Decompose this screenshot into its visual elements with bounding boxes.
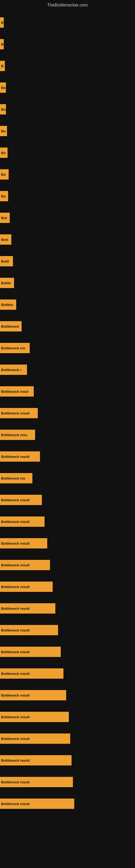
bar-item: Bottleneck result	[0, 603, 55, 614]
bar-row: B	[0, 12, 135, 33]
bar-row: Bottleneck result	[0, 511, 135, 532]
bar-label: B	[1, 42, 3, 46]
bar-label: Bo	[1, 173, 6, 177]
bar-label: Bottleneck result	[1, 693, 30, 698]
bar-label: Bott	[1, 238, 8, 242]
bar-item: Bottleneck result	[0, 669, 63, 679]
bar-item: Bottleneck result	[0, 734, 70, 744]
bar-label: Bottlen	[1, 303, 13, 307]
bar-item: Bottl	[0, 256, 13, 267]
bar-label: Bottleneck res	[1, 476, 26, 480]
bar-label: Bottleneck result	[1, 520, 30, 524]
bar-row: Bo	[0, 163, 135, 185]
bar-row: Bott	[0, 229, 135, 250]
bar-item: B	[0, 39, 4, 50]
bar-row: Bottleneck result	[0, 554, 135, 576]
bar-row: Bottle	[0, 272, 135, 294]
bar-row: Bottl	[0, 250, 135, 272]
bar-item: Bottleneck result	[0, 560, 50, 570]
bar-row: Bottleneck result	[0, 446, 135, 467]
bar-item: Bottleneck result	[0, 582, 53, 592]
bar-item: Bo	[0, 104, 6, 115]
bar-row: Bottleneck result	[0, 402, 135, 424]
bar-label: Bottleneck	[1, 324, 19, 329]
bar-label: Bo	[1, 107, 6, 112]
bar-row: Bottleneck result	[0, 597, 135, 619]
bar-item: Bottleneck resu	[0, 430, 35, 440]
bar-item: Bottleneck result	[0, 408, 38, 418]
bar-label: Bottleneck resu	[1, 433, 28, 437]
bar-label: Bottleneck result	[1, 607, 30, 611]
bar-label: Bottleneck result	[1, 737, 30, 741]
bar-label: Bottleneck result	[1, 650, 30, 654]
bar-row: Bo	[0, 77, 135, 98]
bar-label: Bottleneck res	[1, 346, 26, 350]
bar-row: Bottleneck resu	[0, 424, 135, 446]
bar-label: Bottleneck result	[1, 628, 30, 632]
bar-label: Bottleneck result	[1, 455, 30, 459]
bar-label: Bottleneck result	[1, 780, 30, 784]
bar-item: Bottleneck	[0, 321, 21, 332]
bar-item: Bo	[0, 169, 9, 180]
bar-label: Bottleneck result	[1, 411, 30, 415]
site-title: TheBottlenecker.com	[0, 0, 135, 9]
bar-item: Bottleneck res	[0, 343, 30, 353]
bar-item: Bottleneck result	[0, 517, 45, 527]
bar-item: Bottleneck result	[0, 452, 40, 462]
bar-item: Bo	[0, 148, 8, 158]
bar-item: Bot	[0, 213, 10, 223]
bar-label: Bottleneck result	[1, 498, 30, 502]
bar-row: Bottleneck result	[0, 576, 135, 597]
bar-row: Bottleneck result	[0, 532, 135, 554]
bar-item: Bottleneck result	[0, 647, 61, 657]
bar-row: B	[0, 55, 135, 77]
bar-label: Bottl	[1, 259, 9, 264]
bar-label: Bottleneck result	[1, 541, 30, 546]
bar-item: Bottleneck r	[0, 365, 27, 375]
bar-item: Bo	[0, 126, 7, 136]
bar-row: Bottleneck result	[0, 771, 135, 793]
bar-item: Bottleneck result	[0, 755, 72, 766]
bar-item: Bott	[0, 235, 11, 245]
bar-row: Bo	[0, 185, 135, 207]
bar-item: B	[0, 18, 4, 28]
bar-row: Bottleneck res	[0, 337, 135, 359]
bar-label: Bottleneck result	[1, 563, 30, 567]
bar-item: B	[0, 61, 5, 71]
bar-row: Bottleneck r	[0, 359, 135, 380]
bar-item: Bottleneck result	[0, 799, 74, 809]
bar-label: Bottleneck r	[1, 368, 21, 372]
bar-label: Bo	[1, 194, 6, 198]
bar-row: Bottleneck result	[0, 641, 135, 663]
bar-label: Bottleneck result	[1, 715, 30, 719]
bar-row: Bottleneck result	[0, 793, 135, 814]
bar-row: Bottleneck resul	[0, 380, 135, 402]
bar-label: B	[1, 64, 3, 68]
bar-label: Bottleneck resul	[1, 390, 28, 394]
bar-item: Bottleneck result	[0, 495, 42, 505]
bar-item: Bottleneck result	[0, 777, 73, 787]
bar-row: Bottlen	[0, 294, 135, 315]
bar-label: Bo	[1, 129, 6, 133]
bar-row: Bottleneck result	[0, 684, 135, 706]
bar-item: Bottle	[0, 278, 14, 288]
bar-item: Bottleneck result	[0, 625, 58, 635]
bar-row: Bottleneck result	[0, 749, 135, 771]
bar-row: B	[0, 33, 135, 55]
bar-item: Bo	[0, 191, 8, 201]
bar-label: Bo	[1, 151, 6, 155]
bar-item: Bottleneck result	[0, 538, 47, 549]
bar-row: Bo	[0, 98, 135, 120]
bar-row: Bo	[0, 120, 135, 142]
bar-label: Bottleneck result	[1, 758, 30, 763]
bar-label: B	[1, 21, 3, 25]
bar-row: Bot	[0, 207, 135, 229]
bar-row: Bottleneck result	[0, 619, 135, 641]
bar-item: Bottleneck result	[0, 712, 69, 722]
bar-label: Bot	[1, 216, 7, 220]
bar-item: Bottleneck result	[0, 690, 66, 701]
bar-item: Bottleneck resul	[0, 386, 34, 397]
bar-label: Bottleneck result	[1, 672, 30, 676]
bar-row: Bottleneck result	[0, 706, 135, 728]
bar-item: Bo	[0, 83, 6, 93]
